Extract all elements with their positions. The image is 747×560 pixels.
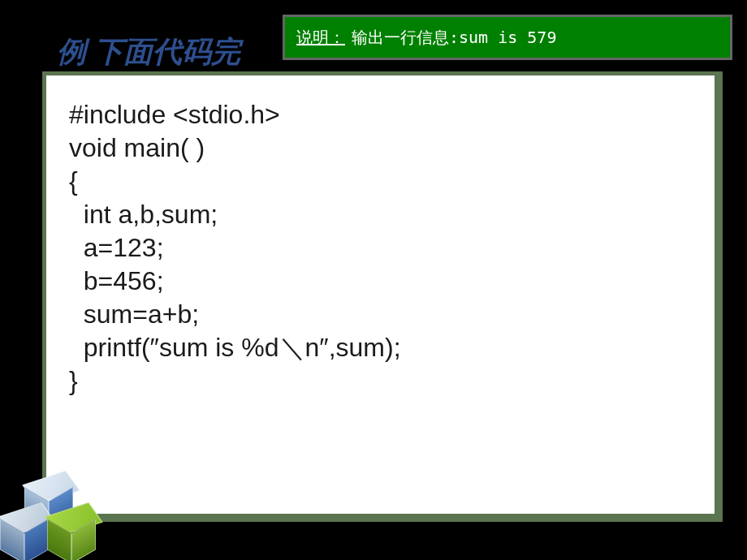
explanation-box: 说明： 输出一行信息:sum is 579 — [283, 15, 732, 60]
explanation-text: 输出一行信息:sum is 579 — [352, 27, 556, 49]
code-line: printf(″sum is %d＼n″,sum); — [69, 333, 401, 362]
code-line: int a,b,sum; — [69, 200, 218, 229]
code-content: #include <stdio.h> void main( ) { int a,… — [69, 98, 692, 398]
explanation-label: 说明： — [296, 27, 345, 49]
code-box: #include <stdio.h> void main( ) { int a,… — [46, 75, 715, 514]
code-line: void main( ) — [69, 133, 205, 162]
code-line: #include <stdio.h> — [69, 100, 280, 129]
code-line: b=456; — [69, 266, 164, 295]
code-line: sum=a+b; — [69, 299, 199, 329]
cubes-decoration — [0, 430, 146, 560]
code-line: } — [69, 366, 78, 395]
code-line: { — [69, 166, 78, 196]
code-line: a=123; — [69, 233, 164, 262]
slide-title: 例 下面代码完 — [57, 32, 240, 72]
